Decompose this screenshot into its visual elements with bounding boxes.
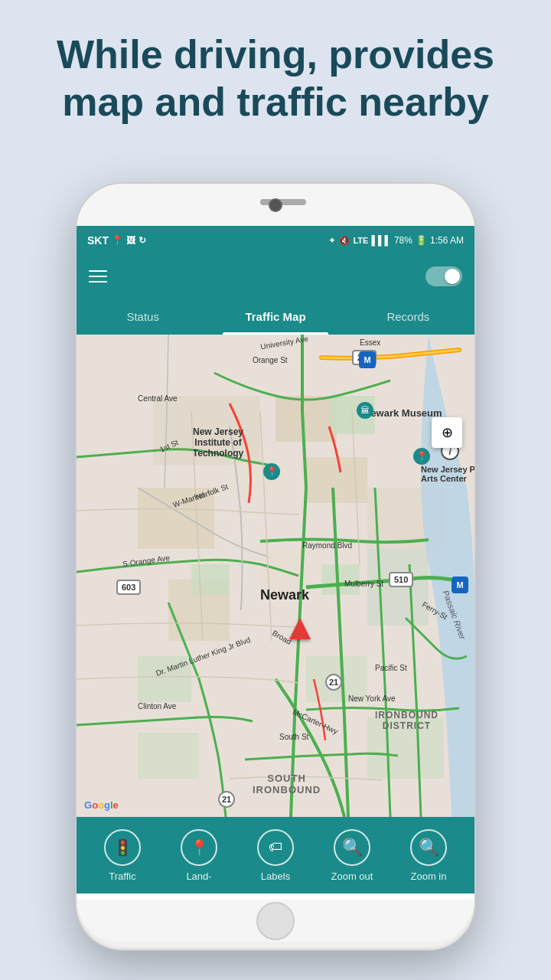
menu-button[interactable] — [89, 270, 107, 283]
sync-icon: ↻ — [139, 235, 146, 246]
nav-zoom-in[interactable]: 🔍 Zoom in — [394, 829, 463, 882]
hamburger-line-3 — [89, 281, 107, 283]
svg-rect-11 — [191, 564, 230, 595]
newark-museum-marker: 🏛 — [357, 402, 373, 419]
svg-rect-12 — [321, 564, 360, 595]
gps-icon: 📍 — [112, 235, 123, 246]
status-right: ✦ 🔇 LTE ▌▌▌ 78% 🔋 1:56 AM — [328, 235, 464, 246]
time-label: 1:56 AM — [430, 235, 464, 246]
route-badge-510: 510 — [389, 572, 413, 587]
transit-icon-280: M — [359, 351, 376, 368]
tab-traffic-map[interactable]: Traffic Map — [209, 298, 341, 335]
map-svg — [77, 335, 474, 817]
phone-screen: SKT 📍 🖼 ↻ ✦ 🔇 LTE ▌▌▌ 78% 🔋 1:56 AM — [77, 226, 474, 900]
njit-marker: 📍 — [263, 463, 280, 480]
signal-bars-icon: ▌▌▌ — [371, 235, 391, 246]
landmark-label: Land- — [186, 871, 211, 882]
zoom-out-icon-circle: 🔍 — [334, 829, 370, 866]
page-header: While driving, provides map and traffic … — [0, 0, 551, 142]
toggle-knob — [445, 269, 460, 284]
hamburger-line-2 — [89, 276, 107, 277]
route-badge-603: 603 — [116, 580, 141, 595]
svg-rect-13 — [138, 656, 191, 702]
zoom-out-icon: 🔍 — [342, 838, 363, 858]
svg-rect-5 — [306, 457, 367, 503]
battery-icon: 🔋 — [416, 235, 427, 246]
tab-records[interactable]: Records — [342, 298, 474, 335]
headline-line1: While driving, provides — [57, 32, 494, 77]
hamburger-line-1 — [89, 270, 107, 272]
mute-icon: 🔇 — [339, 236, 350, 246]
labels-icon: 🏷 — [269, 839, 282, 855]
home-button[interactable] — [256, 902, 295, 940]
google-watermark: Google — [84, 799, 119, 811]
headline-line2: map and traffic nearby — [62, 80, 489, 124]
location-marker — [289, 618, 311, 639]
status-left: SKT 📍 🖼 ↻ — [87, 234, 146, 247]
zoom-out-label: Zoom out — [331, 871, 373, 882]
route-badge-21-lower: 21 — [218, 791, 235, 808]
headline: While driving, provides map and traffic … — [23, 31, 528, 126]
phone-bottom-bezel — [77, 900, 474, 942]
bluetooth-icon: ✦ — [328, 235, 336, 246]
svg-rect-1 — [153, 396, 260, 465]
svg-rect-9 — [367, 549, 429, 626]
toggle-switch[interactable] — [425, 266, 462, 286]
svg-rect-15 — [138, 733, 199, 779]
landmark-icon-circle: 📍 — [181, 829, 217, 866]
svg-rect-2 — [276, 396, 337, 442]
status-bar: SKT 📍 🖼 ↻ ✦ 🔇 LTE ▌▌▌ 78% 🔋 1:56 AM — [77, 226, 474, 255]
ironbound-district-label: IRONBOUNDDISTRICT — [375, 710, 439, 731]
image-icon: 🖼 — [126, 235, 135, 246]
zoom-in-label: Zoom in — [411, 871, 447, 882]
labels-label: Labels — [261, 871, 290, 882]
app-bar — [77, 255, 474, 298]
nav-zoom-out[interactable]: 🔍 Zoom out — [318, 829, 386, 882]
phone-frame: SKT 📍 🖼 ↻ ✦ 🔇 LTE ▌▌▌ 78% 🔋 1:56 AM — [77, 184, 474, 949]
carrier-label: SKT — [87, 234, 109, 247]
speaker — [260, 199, 306, 205]
njpac-marker: 📍 — [413, 448, 430, 465]
svg-rect-3 — [138, 488, 214, 549]
landmark-icon: 📍 — [190, 838, 209, 857]
bottom-nav: 🚦 Traffic 📍 Land- 🏷 Labels — [77, 817, 474, 893]
route-badge-21-upper: 21 — [325, 674, 342, 691]
map-area[interactable]: Orange St New JerseyInstitute ofTechnolo… — [77, 335, 474, 817]
traffic-label: Traffic — [109, 871, 135, 882]
nav-traffic[interactable]: 🚦 Traffic — [88, 829, 157, 882]
nav-landmark[interactable]: 📍 Land- — [165, 829, 233, 882]
south-ironbound-label: SOUTHIRONBOUND — [253, 773, 321, 795]
google-g: G — [84, 799, 92, 811]
labels-icon-circle: 🏷 — [257, 829, 294, 866]
nav-labels[interactable]: 🏷 Labels — [241, 829, 310, 882]
tab-status[interactable]: Status — [77, 298, 209, 335]
transit-icon-510: M — [452, 577, 468, 593]
tab-bar: Status Traffic Map Records — [77, 298, 474, 335]
camera — [270, 200, 281, 211]
compass-button[interactable]: ⊕ — [432, 417, 462, 448]
phone-top-bezel — [77, 184, 474, 226]
traffic-icon-circle: 🚦 — [104, 829, 141, 866]
zoom-in-icon: 🔍 — [419, 838, 439, 858]
zoom-in-icon-circle: 🔍 — [410, 829, 447, 866]
traffic-icon: 🚦 — [113, 838, 132, 857]
battery-percent: 78% — [394, 235, 412, 246]
lte-label: LTE — [353, 236, 368, 245]
